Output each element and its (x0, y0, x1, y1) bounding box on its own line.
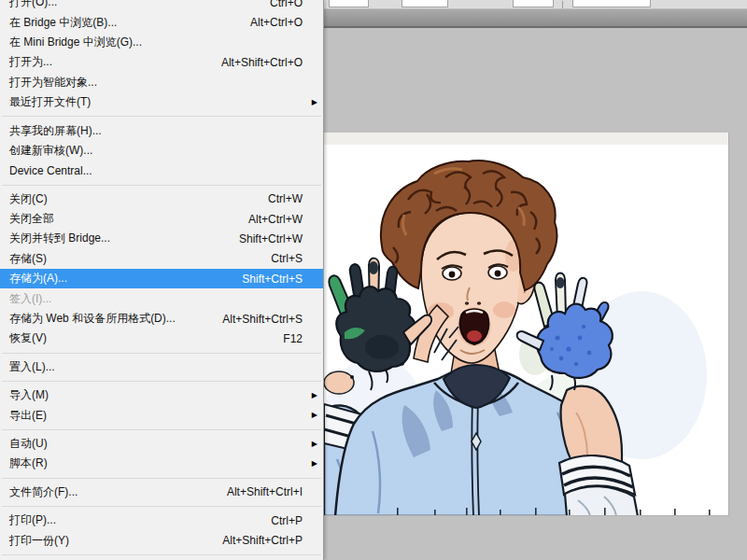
menu-separator (2, 554, 321, 555)
menu-separator (2, 429, 321, 430)
menu-item-print[interactable]: 打印(P)...Ctrl+P (0, 511, 323, 530)
menu-item-label: 打印(P)... (9, 512, 56, 528)
menu-item-label: 打开为智能对象... (9, 75, 97, 91)
menu-item-label: 在 Mini Bridge 中浏览(G)... (9, 35, 142, 50)
photo-top-band (324, 133, 729, 145)
menu-item-label: 导入(M) (9, 387, 49, 403)
menu-item-save-for-web[interactable]: 存储为 Web 和设备所用格式(D)...Alt+Shift+Ctrl+S (0, 309, 323, 329)
menu-separator (2, 381, 321, 382)
menu-item-shortcut: F12 (283, 332, 308, 345)
menu-separator (2, 185, 321, 186)
options-bar-field[interactable] (572, 0, 651, 7)
menu-item-shortcut: Shift+Ctrl+W (239, 232, 308, 245)
menu-separator (2, 116, 321, 117)
menu-item-shortcut: Alt+Shift+Ctrl+I (227, 485, 308, 498)
menu-item-label: 打开(O)... (9, 0, 57, 10)
menu-item-export[interactable]: 导出(E)▶ (0, 405, 323, 425)
menu-item-close-all[interactable]: 关闭全部Alt+Ctrl+W (0, 209, 323, 229)
menu-item-shortcut: Alt+Shift+Ctrl+S (222, 313, 308, 326)
menu-item-label: 关闭并转到 Bridge... (9, 231, 110, 246)
options-bar-field[interactable] (329, 0, 369, 7)
menu-item-shortcut: Ctrl+O (270, 0, 308, 9)
menu-item-shortcut: Alt+Ctrl+O (250, 16, 308, 29)
submenu-arrow-icon: ▶ (308, 392, 317, 399)
menu-item-share-my-screen[interactable]: 共享我的屏幕(H)... (0, 120, 323, 140)
menu-item-shortcut: Ctrl+W (268, 192, 308, 205)
menu-item-open-as[interactable]: 打开为...Alt+Shift+Ctrl+O (0, 52, 323, 72)
menu-item-check-in: 签入(I)... (0, 288, 323, 308)
menu-item-device-central[interactable]: Device Central... (0, 161, 323, 180)
menu-item-shortcut: Alt+Ctrl+W (248, 213, 308, 226)
menu-item-shortcut: Alt+Shift+Ctrl+O (221, 56, 308, 69)
menu-item-file-info[interactable]: 文件简介(F)...Alt+Shift+Ctrl+I (0, 483, 323, 502)
menu-item-create-new-review[interactable]: 创建新审核(W)... (0, 141, 323, 161)
menu-item-revert[interactable]: 恢复(V)F12 (0, 329, 323, 348)
menu-item-label: 恢复(V) (9, 330, 47, 346)
menu-item-label: 最近打开文件(T) (9, 94, 91, 110)
menu-item-print-one-copy[interactable]: 打印一份(Y)Alt+Shift+Ctrl+P (0, 530, 323, 550)
menu-item-import[interactable]: 导入(M)▶ (0, 385, 323, 405)
menu-item-label: 自动(U) (9, 436, 48, 452)
file-menu-popup: 打开(O)...Ctrl+O在 Bridge 中浏览(B)...Alt+Ctrl… (0, 0, 324, 560)
menu-item-label: Device Central... (9, 164, 92, 177)
menu-separator (2, 506, 321, 507)
menu-item-label: 存储为(A)... (9, 271, 67, 287)
menu-item-label: 关闭全部 (9, 211, 54, 227)
menu-item-label: 关闭(C) (9, 191, 48, 207)
menu-item-scripts[interactable]: 脚本(R)▶ (0, 454, 323, 473)
menu-item-label: 导出(E) (9, 408, 47, 424)
document-canvas[interactable] (324, 133, 729, 516)
menu-item-shortcut: Ctrl+P (271, 514, 308, 527)
menu-item-shortcut: Alt+Shift+Ctrl+P (222, 534, 308, 547)
file-menu-list: 打开(O)...Ctrl+O在 Bridge 中浏览(B)...Alt+Ctrl… (0, 0, 323, 559)
menu-item-open-recent[interactable]: 最近打开文件(T)▶ (0, 92, 323, 112)
menu-item-automate[interactable]: 自动(U)▶ (0, 434, 323, 454)
menu-item-label: 置入(L)... (9, 359, 55, 375)
boy-mouth (458, 307, 491, 346)
menu-item-label: 存储(S) (9, 251, 47, 267)
menu-item-browse-in-bridge[interactable]: 在 Bridge 中浏览(B)...Alt+Ctrl+O (0, 12, 323, 32)
options-bar-divider (562, 1, 563, 8)
menu-item-label: 在 Bridge 中浏览(B)... (9, 15, 117, 31)
menu-item-save[interactable]: 存储(S)Ctrl+S (0, 249, 323, 269)
menu-item-label: 脚本(R) (9, 455, 48, 471)
menu-item-browse-in-mini-bridge[interactable]: 在 Mini Bridge 中浏览(G)... (0, 33, 323, 52)
menu-item-label: 打开为... (9, 54, 52, 70)
options-bar-field[interactable] (402, 0, 448, 7)
submenu-arrow-icon: ▶ (308, 441, 317, 448)
menu-item-close[interactable]: 关闭(C)Ctrl+W (0, 189, 323, 209)
menu-item-close-and-go-to-bridge[interactable]: 关闭并转到 Bridge...Shift+Ctrl+W (0, 229, 323, 248)
menu-item-label: 打印一份(Y) (9, 533, 69, 549)
submenu-arrow-icon: ▶ (308, 412, 317, 419)
submenu-arrow-icon: ▶ (308, 460, 317, 468)
menu-item-open[interactable]: 打开(O)...Ctrl+O (0, 0, 323, 12)
menu-item-open-as-smart-object[interactable]: 打开为智能对象... (0, 73, 323, 92)
menu-item-label: 创建新审核(W)... (9, 143, 92, 159)
menu-separator (2, 353, 321, 354)
menu-item-label: 存储为 Web 和设备所用格式(D)... (9, 311, 176, 327)
menu-item-label: 文件简介(F)... (9, 484, 78, 500)
menu-item-label: 签入(I)... (9, 291, 51, 307)
options-bar-field[interactable] (513, 0, 554, 7)
menu-item-shortcut: Shift+Ctrl+S (242, 273, 308, 286)
menu-item-place[interactable]: 置入(L)... (0, 357, 323, 377)
submenu-arrow-icon: ▶ (308, 99, 317, 106)
menu-item-shortcut: Ctrl+S (271, 252, 308, 265)
menu-separator (2, 478, 321, 479)
menu-item-save-as[interactable]: 存储为(A)...Shift+Ctrl+S (0, 269, 323, 288)
menu-item-label: 共享我的屏幕(H)... (9, 123, 102, 139)
boy-cartoon-image (324, 133, 729, 516)
